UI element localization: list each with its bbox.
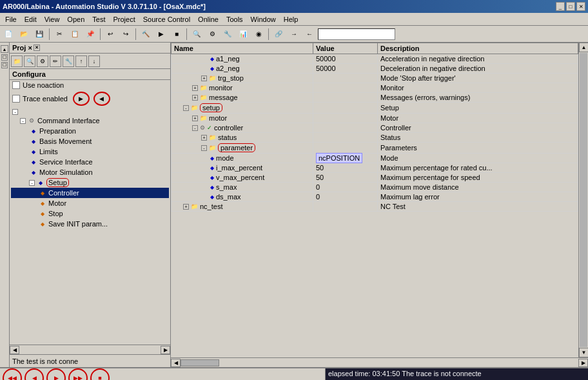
table-row[interactable]: ◆ ds_max 0 Maximum lag error [172, 192, 578, 202]
setup-expand[interactable]: - [29, 180, 35, 186]
menu-file[interactable]: File [1, 14, 21, 25]
expand-icon[interactable]: - [183, 105, 189, 111]
panel-close-button[interactable]: ✕ [34, 45, 40, 51]
root-expand[interactable]: - [12, 109, 18, 115]
tool-btn-12[interactable]: ← [302, 27, 317, 41]
table-scroll-thumb-h[interactable] [181, 359, 219, 366]
rewind-btn[interactable]: ◀◀ [3, 368, 22, 381]
expand-icon[interactable]: - [192, 125, 198, 131]
menu-tools[interactable]: Tools [222, 14, 247, 25]
table-row[interactable]: + 📁 monitor Monitor [172, 83, 578, 93]
play-btn[interactable]: ▶ [46, 368, 66, 381]
menu-online[interactable]: Online [194, 14, 222, 25]
menu-help[interactable]: Help [280, 14, 302, 25]
expand-icon[interactable]: + [201, 135, 207, 141]
undo-button[interactable]: ↩ [103, 27, 117, 41]
prev-btn[interactable]: ◀ [24, 368, 44, 381]
table-row-mode[interactable]: ◆ mode ncPOSITION Mode [172, 154, 578, 163]
tool-btn-6[interactable]: ⚙ [205, 27, 219, 41]
scroll-down-btn[interactable]: ▼ [579, 348, 588, 357]
tree-btn-2[interactable]: 🔍 [24, 55, 35, 67]
tree-item-stop[interactable]: ◆ Stop [11, 208, 169, 219]
table-row[interactable]: + 📁 message Messages (errors, warnings) [172, 93, 578, 103]
scroll-left-btn[interactable]: ◀ [10, 346, 19, 354]
tree-item-setup[interactable]: - ◆ Setup [11, 177, 169, 188]
tool-btn-10[interactable]: 🔗 [271, 27, 286, 41]
expand-icon[interactable]: - [201, 145, 207, 151]
menu-window[interactable]: Window [247, 14, 280, 25]
menu-test[interactable]: Test [88, 14, 109, 25]
tiny-btn-2[interactable]: ☐ [1, 54, 8, 61]
table-row[interactable]: ◆ a1_neg 50000 Acceleration in negative … [172, 54, 578, 64]
search-input[interactable] [318, 28, 395, 40]
open-button[interactable]: 📂 [17, 27, 31, 41]
build-button[interactable]: 🔨 [139, 27, 153, 41]
expand-icon[interactable]: + [192, 95, 198, 101]
tree-item-motor[interactable]: ◆ Motor [11, 198, 169, 208]
tiny-btn-3[interactable]: ☐ [1, 62, 8, 68]
table-row[interactable]: ◆ s_max 0 Maximum move distance [172, 183, 578, 192]
tool-btn-8[interactable]: 📊 [236, 27, 250, 41]
menu-project[interactable]: Project [109, 14, 139, 25]
table-scroll-left[interactable]: ◀ [171, 359, 181, 367]
tool-btn-5[interactable]: 🔍 [190, 27, 204, 41]
trace-circle-btn-2[interactable]: ◀ [93, 92, 110, 106]
tree-btn-5[interactable]: 🔧 [63, 55, 74, 67]
table-row-setup[interactable]: - 📁 setup Setup [172, 103, 578, 114]
tool-btn-11[interactable]: → [287, 27, 301, 41]
tree-item-preparation[interactable]: ◆ Preparation [11, 126, 169, 136]
paste-button[interactable]: 📌 [83, 27, 97, 41]
tree-btn-4[interactable]: ✏ [50, 55, 61, 67]
tree-btn-6[interactable]: ↑ [75, 55, 87, 67]
tool-btn-9[interactable]: ◉ [251, 27, 266, 41]
minimize-button[interactable]: _ [556, 2, 565, 11]
expand-icon[interactable]: + [183, 204, 189, 210]
table-scrollbar-h[interactable]: ◀ ▶ [171, 357, 588, 367]
new-button[interactable]: 📄 [1, 27, 15, 41]
table-row[interactable]: + 📁 status Status [172, 133, 578, 143]
table-row[interactable]: ◆ i_max_percent 50 Maximum percentage fo… [172, 163, 578, 173]
ci-expand[interactable]: - [20, 118, 26, 124]
table-row[interactable]: + 📁 nc_test NC Test [172, 202, 578, 212]
table-row[interactable]: + 📁 trg_stop Mode 'Stop after trigger' [172, 74, 578, 83]
table-row[interactable]: ◆ a2_neg 50000 Deceleration in negative … [172, 64, 578, 74]
expand-icon[interactable]: + [192, 85, 198, 91]
tree-btn-1[interactable]: 📁 [11, 55, 23, 67]
tree-item-limits[interactable]: ◆ Limits [11, 146, 169, 157]
tool-btn-7[interactable]: 🔧 [220, 27, 235, 41]
table-row-parameter[interactable]: - 📁 parameter Parameters [172, 143, 578, 154]
menu-open[interactable]: Open [63, 14, 88, 25]
trace-circle-btn-1[interactable]: ▶ [73, 92, 90, 106]
run-button[interactable]: ▶ [154, 27, 168, 41]
table-scroll-right[interactable]: ▶ [578, 359, 588, 367]
close-button[interactable]: ✕ [576, 2, 585, 11]
scroll-thumb[interactable] [580, 53, 587, 347]
use-noaction-checkbox[interactable] [12, 81, 20, 89]
table-row[interactable]: ◆ v_max_percent 50 Maximum percentage fo… [172, 173, 578, 183]
tree-item-basis[interactable]: ◆ Basis Movement [11, 136, 169, 146]
menu-edit[interactable]: Edit [21, 14, 41, 25]
right-scrollbar[interactable]: ▲ ▼ [578, 43, 588, 357]
copy-button[interactable]: 📋 [68, 27, 82, 41]
save-button[interactable]: 💾 [32, 27, 46, 41]
table-row[interactable]: + 📁 motor Motor [172, 114, 578, 123]
cut-button[interactable]: ✂ [52, 27, 66, 41]
tree-item-command-interface[interactable]: - ⚙ Command Interface [11, 115, 169, 126]
stop-trace-btn[interactable]: ■ [90, 368, 110, 381]
tree-item-save-init[interactable]: ◆ Save INIT param... [11, 219, 169, 229]
expand-icon[interactable]: + [192, 115, 198, 121]
maximize-button[interactable]: □ [566, 2, 575, 11]
scroll-up-btn[interactable]: ▲ [579, 43, 588, 52]
tree-scrollbar-h[interactable]: ◀ ▶ [10, 345, 170, 354]
trace-enabled-checkbox[interactable] [12, 95, 20, 103]
tree-btn-7[interactable]: ↓ [88, 55, 100, 67]
tree-item-controller[interactable]: ◆ Controller [11, 188, 169, 198]
tiny-btn-1[interactable]: ▲ [1, 45, 8, 53]
menu-source-control[interactable]: Source Control [139, 14, 194, 25]
tree-btn-3[interactable]: ⚙ [37, 55, 48, 67]
tree-item-service[interactable]: ◆ Service Interface [11, 157, 169, 167]
redo-button[interactable]: ↪ [119, 27, 133, 41]
tree-item-motor-sim[interactable]: ◆ Motor Simulation [11, 167, 169, 177]
expand-icon[interactable]: + [201, 75, 207, 81]
table-row[interactable]: - ⚙ ✓ controller Controller [172, 123, 578, 133]
